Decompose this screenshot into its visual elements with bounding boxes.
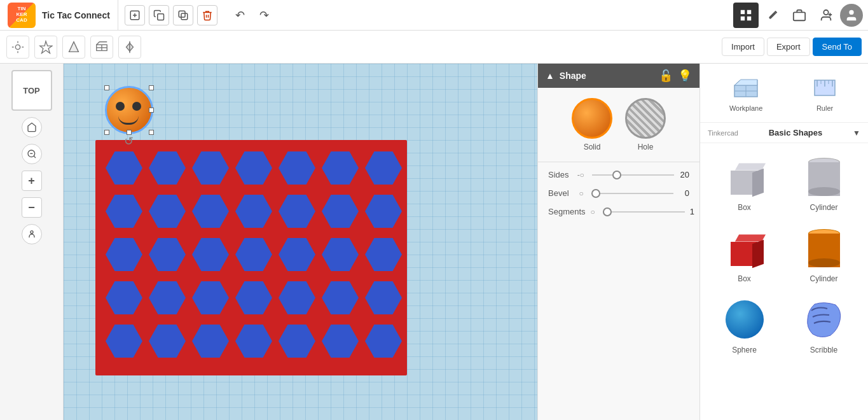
hex-cell[interactable] [322, 325, 359, 358]
ruler-tool[interactable]: Ruler [804, 70, 845, 116]
visibility-icon[interactable]: 💡 [678, 69, 692, 83]
hex-cell[interactable] [365, 151, 402, 185]
hex-cell[interactable] [149, 238, 186, 271]
hex-cell[interactable] [149, 195, 186, 228]
hex-cell[interactable] [192, 281, 229, 314]
hex-cell[interactable] [149, 151, 186, 185]
hex-cell[interactable] [235, 151, 272, 185]
lock-icon[interactable]: 🔓 [659, 69, 673, 83]
app-title: Tic Tac Connect [42, 10, 110, 20]
svg-marker-27 [127, 43, 130, 51]
hex-cell[interactable] [235, 325, 272, 358]
person-view-button[interactable] [22, 224, 42, 244]
hex-cell[interactable] [192, 325, 229, 358]
hex-cell[interactable] [279, 325, 315, 358]
shape-fill-icon[interactable] [62, 36, 85, 59]
add-user-icon[interactable] [813, 3, 839, 28]
grid-plane-icon[interactable] [90, 36, 113, 59]
copy-button[interactable] [149, 5, 169, 25]
undo-button[interactable]: ↶ [230, 5, 251, 25]
hex-cell[interactable] [106, 281, 142, 314]
collapse-button[interactable]: ▲ [546, 71, 555, 81]
hex-cell[interactable] [192, 238, 229, 271]
hex-cell[interactable] [106, 325, 142, 358]
export-button[interactable]: Export [767, 38, 810, 56]
shape-item-sphere-blue[interactable]: Sphere [708, 293, 781, 358]
hex-cell[interactable] [365, 325, 402, 358]
zoom-out-button[interactable]: − [22, 197, 42, 218]
handle-top-right[interactable] [149, 85, 154, 90]
handle-mid-right[interactable] [149, 108, 154, 113]
hex-cell[interactable] [322, 281, 359, 314]
import-export-buttons: Import Export Send To [722, 38, 862, 56]
grid-view-icon[interactable] [733, 3, 759, 28]
hex-cell[interactable] [279, 195, 315, 228]
zoom-in-button[interactable]: + [22, 171, 42, 191]
send-to-button[interactable]: Send To [813, 38, 862, 56]
hex-cell[interactable] [365, 238, 402, 271]
light-icon[interactable] [6, 36, 29, 59]
bevel-slider[interactable] [591, 193, 673, 194]
piece-sphere[interactable] [105, 86, 153, 134]
shape-item-cyl-orange[interactable]: Cylinder [787, 222, 860, 287]
shape-item-cyl-grey[interactable]: Cylinder [787, 151, 860, 216]
hex-cell[interactable] [106, 151, 142, 185]
shape-outline-icon[interactable] [34, 36, 57, 59]
zoom-home-button[interactable] [22, 117, 42, 137]
handle-top-left[interactable] [104, 85, 109, 90]
handle-bottom-left[interactable] [104, 130, 109, 135]
hex-cell[interactable] [322, 195, 359, 228]
hex-cell[interactable] [192, 195, 229, 228]
hex-cell[interactable] [322, 238, 359, 271]
workplane-tool[interactable]: Workplane [723, 70, 769, 116]
sides-minus-icon: -○ [577, 171, 584, 179]
segments-slider[interactable] [603, 211, 685, 213]
hex-cell[interactable] [235, 238, 272, 271]
shape-item-box-grey[interactable]: Box [708, 151, 781, 216]
hex-cell[interactable] [365, 281, 402, 314]
top-view-button[interactable]: TOP [11, 70, 52, 111]
hex-cell[interactable] [192, 151, 229, 185]
selected-piece[interactable]: ↺ [105, 86, 156, 137]
redo-button[interactable]: ↷ [254, 5, 275, 25]
duplicate-button[interactable] [173, 5, 193, 25]
shape-item-scribble[interactable]: Scribble [787, 293, 860, 358]
delete-button[interactable] [197, 5, 217, 25]
left-panel: TOP + − [0, 64, 64, 420]
hole-option[interactable]: Hole [625, 98, 666, 151]
hex-cell[interactable] [149, 325, 186, 358]
hex-cell[interactable] [322, 151, 359, 185]
briefcase-icon[interactable] [787, 3, 812, 28]
sides-slider[interactable] [592, 174, 674, 176]
hex-cell[interactable] [235, 281, 272, 314]
hex-cell[interactable] [279, 281, 315, 314]
svg-point-16 [15, 45, 20, 49]
scribble-label: Scribble [810, 346, 837, 354]
profile-avatar[interactable] [840, 4, 863, 27]
hammer-icon[interactable] [760, 3, 785, 28]
hex-cell[interactable] [279, 238, 315, 271]
svg-marker-28 [130, 43, 134, 51]
import-button[interactable]: Import [722, 38, 764, 56]
segments-value: 1 [690, 207, 694, 216]
hex-cell[interactable] [106, 238, 142, 271]
new-button[interactable] [125, 5, 145, 25]
canvas-area[interactable]: ↺ Workplane ▲ Shape 🔓 💡 Solid Hole [64, 64, 699, 420]
svg-rect-9 [747, 16, 751, 20]
hex-cell[interactable] [106, 195, 142, 228]
hex-cell[interactable] [279, 151, 315, 185]
solid-option[interactable]: Solid [572, 98, 612, 151]
box-red-label: Box [738, 274, 751, 283]
hex-cell[interactable] [365, 195, 402, 228]
hole-label: Hole [638, 143, 654, 151]
hex-cell[interactable] [235, 195, 272, 228]
hex-cell[interactable] [149, 281, 186, 314]
rotate-handle[interactable]: ↺ [124, 134, 134, 148]
hole-circle [625, 98, 666, 139]
shapes-dropdown[interactable]: Tinkercad Basic Shapes ▼ [700, 123, 868, 143]
shapes-dropdown-label: Basic Shapes [769, 128, 823, 137]
mirror-icon[interactable] [118, 36, 141, 59]
zoom-fit-button[interactable] [22, 144, 42, 164]
handle-bottom-right[interactable] [149, 130, 154, 135]
shape-item-box-red[interactable]: Box [708, 222, 781, 287]
